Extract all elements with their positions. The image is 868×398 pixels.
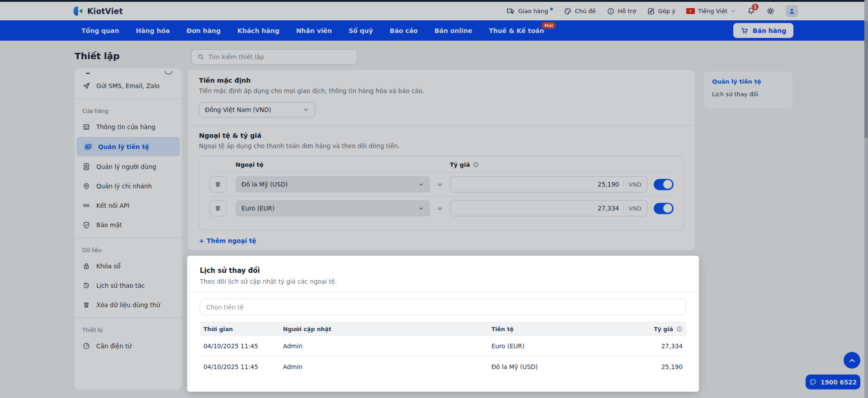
add-currency-link[interactable]: + Thêm ngoại tệ (199, 237, 256, 244)
hotline-button[interactable]: 1900 6522 (806, 375, 860, 389)
history-table: Thời gian Người cập nhật Tiền tệ Tỷ giá … (200, 322, 686, 377)
col-thoi-gian: Thời gian (203, 326, 283, 332)
exchange-title: Ngoại tệ & tỷ giá (199, 132, 684, 139)
lock-icon (82, 262, 90, 270)
currency-unit: VND (628, 181, 642, 188)
sidebar-section-du-lieu: Dữ liệu (75, 241, 182, 256)
on-page-nav-quan-ly-tien-te[interactable]: Quản lý tiền tệ (712, 78, 784, 85)
theme-label: Chủ đề (575, 8, 596, 14)
page-title: Thiết lập (75, 51, 120, 61)
nav-ban-online[interactable]: Bán online (434, 27, 472, 34)
equals-sign: = (436, 181, 443, 188)
main-navigation: Tổng quan Hàng hóa Đơn hàng Khách hàng N… (0, 20, 868, 41)
delete-currency-button[interactable] (209, 200, 226, 216)
sidebar-item-quan-ly-chi-nhanh[interactable]: Quản lý chi nhánh (75, 176, 182, 196)
currency-select-usd[interactable]: Đô la Mỹ (USD) (236, 176, 430, 192)
nav-nhan-vien[interactable]: Nhân viên (296, 27, 332, 34)
exchange-table: Ngoại tệ Tỷ giá Đô la Mỹ (USD) (199, 155, 684, 230)
clipped-toggle-icon (165, 71, 173, 75)
palette-icon (564, 7, 572, 15)
default-currency-value: Đồng Việt Nam (VND) (205, 106, 271, 113)
sidebar-item-can-dien-tu[interactable]: Cân điện tử (75, 336, 182, 356)
exchange-table-header: Ngoại tệ Tỷ giá (209, 156, 674, 172)
delivery-truck-icon (506, 7, 515, 15)
language-selector[interactable]: ★ Tiếng Việt (686, 8, 736, 14)
sidebar-item-lich-su-thao-tac[interactable]: Lịch sử thao tác (75, 276, 182, 295)
trash-icon (214, 205, 222, 212)
currency-enabled-toggle-usd[interactable] (654, 179, 674, 190)
sidebar-partial-item[interactable] (75, 68, 182, 76)
sidebar-item-ket-noi-api[interactable]: Kết nối API (75, 196, 182, 215)
exchange-subtitle: Ngoại tệ áp dụng cho thanh toán đơn hàng… (199, 142, 684, 150)
nav-so-quy[interactable]: Sổ quỹ (349, 27, 373, 34)
page-scrollbar[interactable] (864, 0, 868, 398)
map-pin-icon (82, 182, 90, 190)
nav-tong-quan[interactable]: Tổng quan (81, 27, 119, 34)
info-icon[interactable] (676, 326, 683, 332)
delivery-menu-item[interactable]: Giao hàng (506, 7, 552, 15)
notifications-button[interactable]: 1 (747, 7, 755, 15)
toggle-knob (663, 180, 672, 189)
history-currency-filter[interactable] (200, 299, 686, 315)
rate-input-usd[interactable]: 25,190 VND (450, 176, 647, 192)
delivery-notification-dot (550, 8, 553, 10)
nav-bao-cao[interactable]: Báo cáo (390, 27, 418, 34)
scrollbar-thumb[interactable] (864, 21, 868, 138)
history-row: 04/10/2025 11:45 Admin Euro (EUR) 27,334 (200, 336, 686, 356)
feedback-menu-item[interactable]: Góp ý (647, 7, 675, 15)
nav-don-hang[interactable]: Đơn hàng (187, 27, 221, 34)
trash-icon (214, 181, 222, 188)
nav-hang-hoa[interactable]: Hàng hóa (136, 27, 170, 34)
sidebar-item-quan-ly-nguoi-dung[interactable]: Quản lý người dùng (75, 157, 182, 176)
default-currency-select[interactable]: Đồng Việt Nam (VND) (199, 102, 315, 117)
default-currency-title: Tiền mặc định (199, 77, 684, 84)
history-table-header: Thời gian Người cập nhật Tiền tệ Tỷ giá (200, 322, 686, 336)
delete-currency-button[interactable] (209, 176, 226, 192)
brand-name: KiotViet (87, 7, 123, 16)
sidebar-item-thong-tin-cua-hang[interactable]: Thông tin cửa hàng (75, 117, 182, 136)
settings-search[interactable] (191, 49, 358, 65)
scroll-to-top-button[interactable] (844, 352, 860, 369)
hotline-number: 1900 6522 (821, 379, 857, 386)
chevron-down-icon (731, 9, 736, 14)
search-icon (197, 53, 204, 61)
currency-enabled-toggle-eur[interactable] (654, 203, 674, 214)
chevron-down-icon (418, 182, 424, 187)
on-page-nav-lich-su-thay-doi[interactable]: Lịch sử thay đổi (712, 91, 784, 98)
sidebar-divider (75, 238, 182, 238)
kiotviet-logo[interactable]: KiotViet (72, 5, 123, 17)
sidebar-item-gui-sms-email-zalo[interactable]: Gửi SMS, Email, Zalo (75, 76, 182, 95)
sidebar-divider (75, 318, 182, 318)
sidebar-item-xoa-du-lieu-dung-thu[interactable]: Xóa dữ liệu dùng thử (75, 295, 182, 314)
info-icon[interactable] (472, 161, 479, 168)
settings-search-input[interactable] (208, 53, 352, 61)
sidebar-section-thiet-bi: Thiết bị (75, 321, 182, 336)
storefront-icon (82, 123, 90, 131)
sidebar-item-khoa-so[interactable]: Khóa sổ (75, 256, 182, 276)
sidebar-item-quan-ly-tien-te[interactable]: Quản lý tiền tệ (76, 137, 180, 156)
settings-gear-button[interactable] (766, 7, 775, 15)
currency-select-eur[interactable]: Euro (EUR) (236, 200, 430, 216)
currency-unit: VND (628, 205, 642, 212)
sidebar-divider (75, 98, 182, 99)
col-nguoi-cap-nhat: Người cập nhật (283, 326, 491, 332)
support-menu-item[interactable]: Hỗ trợ (607, 7, 636, 15)
chat-bubble-icon (809, 378, 817, 386)
theme-menu-item[interactable]: Chủ đề (564, 7, 596, 15)
exchange-col-rate: Tỷ giá (450, 161, 470, 168)
history-subtitle: Theo dõi lịch sử cập nhật tỷ giá các ngo… (200, 278, 686, 285)
send-icon (82, 82, 90, 90)
equals-sign: = (436, 205, 443, 212)
sidebar-item-bao-mat[interactable]: Bảo mật (75, 215, 182, 234)
feedback-label: Góp ý (658, 8, 675, 14)
rate-input-eur[interactable]: 27,334 VND (450, 200, 647, 216)
exchange-row-usd: Đô la Mỹ (USD) = 25,190 VND (209, 172, 674, 196)
support-label: Hỗ trợ (618, 8, 636, 14)
nav-thue-ke-toan[interactable]: Thuế & Kế toán Mới (489, 27, 544, 34)
nav-khach-hang[interactable]: Khách hàng (237, 27, 279, 34)
sidebar-section-cua-hang: Cửa hàng (75, 102, 182, 117)
sell-button[interactable]: Bán hàng (733, 23, 793, 38)
history-divider (187, 291, 699, 292)
user-avatar[interactable] (786, 5, 798, 17)
history-filter-input[interactable] (206, 304, 680, 311)
